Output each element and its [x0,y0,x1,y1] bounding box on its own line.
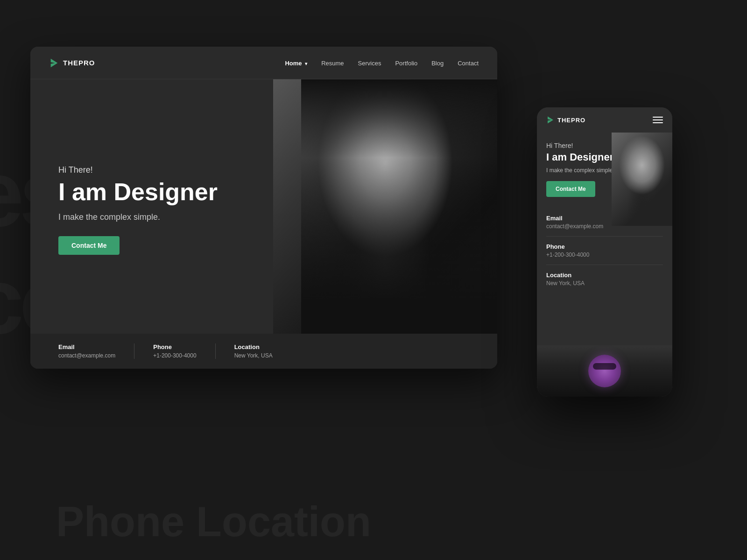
desktop-footer-email-label: Email [58,343,115,350]
nav-link-home[interactable]: Home ▾ [285,60,307,67]
desktop-navbar: THEPRO Home ▾ Resume Services Portfolio … [30,47,497,79]
desktop-contact-button[interactable]: Contact Me [58,236,120,255]
desktop-logo: THEPRO [49,58,95,68]
mobile-location-value: New York, USA [546,280,663,287]
mobile-navbar: THEPRO [537,107,672,133]
mobile-bottom-portrait [537,345,672,397]
mobile-phone-value: +1-200-300-4000 [546,252,663,258]
nav-item-portfolio[interactable]: Portfolio [395,59,417,67]
mobile-hero-portrait [612,133,672,226]
desktop-hero-greeting: Hi There! [58,165,218,175]
desktop-footer-location-value: New York, USA [234,352,273,359]
mobile-hero-subtitle: I make the complex simple. [546,167,616,174]
desktop-hero-subtitle: I make the complex simple. [58,212,218,222]
nav-item-blog[interactable]: Blog [431,59,444,67]
desktop-footer-phone: Phone +1-200-300-4000 [134,343,215,359]
mobile-hero: Hi There! I am Designer I make the compl… [537,133,672,208]
desktop-footer-location-label: Location [234,343,273,350]
hamburger-menu-button[interactable] [653,117,663,123]
bg-blur-location: Location [196,498,371,546]
desktop-hero-title: I am Designer [58,179,218,205]
desktop-hero-portrait [273,79,497,341]
mobile-logo: THEPRO [546,116,585,124]
desktop-mockup: THEPRO Home ▾ Resume Services Portfolio … [30,47,497,369]
desktop-footer-phone-value: +1-200-300-4000 [153,352,196,359]
dropdown-arrow-icon: ▾ [305,61,307,66]
mobile-logo-icon [546,116,555,124]
mobile-info-location: Location New York, USA [546,265,663,293]
hamburger-line-2 [653,119,663,120]
desktop-footer-email-value: contact@example.com [58,352,115,359]
nav-link-portfolio[interactable]: Portfolio [395,60,417,67]
desktop-logo-text: THEPRO [63,59,95,67]
mobile-logo-text: THEPRO [557,117,585,124]
mobile-mockup: THEPRO Hi There! I am Designer I make th… [537,107,672,397]
desktop-portrait-image [273,79,497,341]
nav-link-services[interactable]: Services [358,60,381,67]
logo-icon [49,58,59,68]
mobile-contact-button[interactable]: Contact Me [546,181,595,197]
hamburger-line-1 [653,117,663,118]
svg-marker-0 [51,58,58,67]
nav-item-resume[interactable]: Resume [321,59,344,67]
nav-link-resume[interactable]: Resume [321,60,344,67]
bg-blur-phone: Phone [56,498,184,546]
desktop-footer-phone-label: Phone [153,343,196,350]
desktop-footer: Email contact@example.com Phone +1-200-3… [30,334,497,369]
mobile-phone-label: Phone [546,243,663,250]
nav-link-contact[interactable]: Contact [458,60,479,67]
svg-marker-1 [548,117,553,124]
mobile-location-label: Location [546,272,663,279]
nav-item-contact[interactable]: Contact [458,59,479,67]
mobile-bottom-portrait-image [537,345,672,397]
desktop-footer-location: Location New York, USA [215,343,291,359]
nav-item-services[interactable]: Services [358,59,381,67]
desktop-nav-links: Home ▾ Resume Services Portfolio Blog Co… [285,59,479,67]
desktop-hero-content: Hi There! I am Designer I make the compl… [30,165,246,254]
hamburger-line-3 [653,122,663,123]
mobile-info-phone: Phone +1-200-300-4000 [546,237,663,265]
mobile-portrait-image [612,133,672,226]
desktop-hero: Hi There! I am Designer I make the compl… [30,79,497,341]
nav-link-blog[interactable]: Blog [431,60,444,67]
nav-item-home[interactable]: Home ▾ [285,59,307,67]
desktop-footer-email: Email contact@example.com [58,343,134,359]
